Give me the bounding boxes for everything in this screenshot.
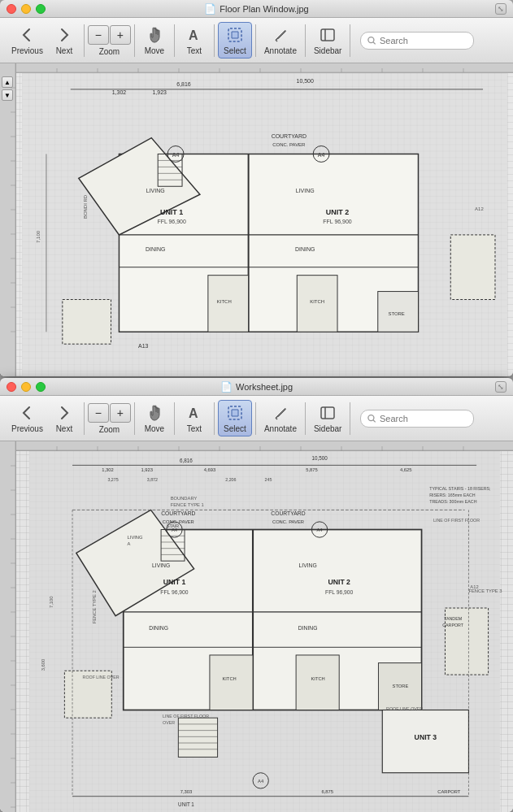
svg-text:3,600: 3,600 <box>41 659 46 671</box>
svg-text:6,816: 6,816 <box>180 458 193 463</box>
svg-text:CARPORT: CARPORT <box>442 623 464 627</box>
sep-2-3 <box>174 402 175 435</box>
zoom-out-button-2[interactable]: − <box>88 403 109 423</box>
sep-6 <box>305 24 306 57</box>
svg-text:7,100: 7,100 <box>49 597 54 608</box>
search-input-1[interactable] <box>380 36 467 46</box>
svg-text:FENCE TYPE 1: FENCE TYPE 1 <box>171 502 204 507</box>
resize-button-1[interactable]: ⤡ <box>495 3 506 15</box>
svg-line-6 <box>373 41 376 44</box>
resize-button-2[interactable]: ⤡ <box>495 381 506 393</box>
svg-text:7,100: 7,100 <box>36 230 41 243</box>
svg-text:UNIT 1: UNIT 1 <box>163 578 186 586</box>
sep-3 <box>174 24 175 57</box>
ruler-left-2 <box>0 441 16 812</box>
maximize-button-1[interactable] <box>36 4 46 14</box>
previous-button-2[interactable]: Previous <box>7 401 48 436</box>
text-button-2[interactable]: A Text <box>178 401 211 436</box>
svg-text:TYPICAL STAIRS - 18 RISERS;: TYPICAL STAIRS - 18 RISERS; <box>429 486 490 491</box>
title-bar-1: 📄 Floor Plan Window.jpg ⤡ <box>0 0 513 18</box>
svg-rect-79 <box>321 407 334 419</box>
canvas-area-1[interactable]: ▲ ▼ <box>0 63 513 376</box>
next-button-1[interactable]: Next <box>48 23 80 58</box>
maximize-button-2[interactable] <box>36 382 46 392</box>
canvas-area-2[interactable]: 6,816 10,500 1,302 1,923 4,693 5,875 4,6… <box>0 441 513 812</box>
svg-text:DINING: DINING <box>298 625 318 631</box>
sidebar-button-2[interactable]: Sidebar <box>309 401 346 436</box>
sep-2-5 <box>255 402 256 435</box>
svg-text:DINING: DINING <box>146 246 165 252</box>
sep-2 <box>134 24 135 57</box>
svg-text:CONC. PAVER: CONC. PAVER <box>272 519 304 524</box>
annotate-button-1[interactable]: Annotate <box>259 23 302 58</box>
title-bar-2: 📄 Worksheet.jpg ⤡ <box>0 378 513 396</box>
window-title-2: 📄 Worksheet.jpg <box>220 381 293 393</box>
svg-text:KITCH: KITCH <box>222 676 236 681</box>
sidebar-button-1[interactable]: Sidebar <box>309 23 346 58</box>
svg-rect-47 <box>63 300 111 345</box>
move-button-2[interactable]: Move <box>138 401 171 436</box>
svg-text:A: A <box>189 406 198 420</box>
svg-text:UNIT 2: UNIT 2 <box>328 578 350 586</box>
svg-text:LINE OF FIRST FLOOR: LINE OF FIRST FLOOR <box>163 714 209 719</box>
annotate-button-2[interactable]: Annotate <box>259 401 302 436</box>
svg-text:DINING: DINING <box>295 246 315 252</box>
svg-point-81 <box>368 415 374 420</box>
svg-text:A4: A4 <box>172 152 180 158</box>
svg-text:KITCH: KITCH <box>217 299 232 304</box>
svg-text:ROOF LINE OVER: ROOF LINE OVER <box>83 675 120 680</box>
previous-button-1[interactable]: Previous <box>7 23 48 58</box>
svg-text:TREADS: 300mm EACH: TREADS: 300mm EACH <box>429 499 476 504</box>
traffic-lights-1 <box>7 4 46 14</box>
zoom-in-button-2[interactable]: + <box>110 403 131 423</box>
search-field-1[interactable] <box>360 32 474 50</box>
close-button-2[interactable] <box>7 382 16 392</box>
svg-text:2,206: 2,206 <box>225 477 236 482</box>
svg-text:3,275: 3,275 <box>107 477 118 482</box>
svg-text:FFL 96,900: FFL 96,900 <box>160 589 189 595</box>
svg-line-2 <box>276 40 277 41</box>
select-icon-2 <box>224 403 246 423</box>
svg-text:5,875: 5,875 <box>306 467 317 472</box>
svg-text:COURTYARD: COURTYARD <box>271 510 305 516</box>
doc-icon-2: 📄 <box>220 381 233 393</box>
back-arrow-icon <box>15 25 38 45</box>
floor-plan-svg-2: 6,816 10,500 1,302 1,923 4,693 5,875 4,6… <box>16 451 513 812</box>
ruler-top-2 <box>16 441 513 451</box>
svg-text:3,872: 3,872 <box>147 477 158 482</box>
move-button-1[interactable]: Move <box>138 23 171 58</box>
svg-text:A13: A13 <box>138 343 149 349</box>
text-button-1[interactable]: A Text <box>178 23 211 58</box>
svg-text:FENCE TYPE 2: FENCE TYPE 2 <box>92 590 97 623</box>
svg-text:LIVING: LIVING <box>146 188 165 193</box>
zoom-in-button-1[interactable]: + <box>110 25 131 45</box>
svg-text:UNIT 2: UNIT 2 <box>326 208 349 216</box>
forward-arrow-icon <box>53 25 76 45</box>
traffic-lights-2 <box>7 382 46 392</box>
search-field-2[interactable] <box>360 410 474 428</box>
select-button-2[interactable]: Select <box>218 400 252 436</box>
search-input-2[interactable] <box>380 414 467 423</box>
svg-text:ROOF LINE OVER: ROOF LINE OVER <box>386 706 423 711</box>
svg-text:7,303: 7,303 <box>180 789 192 794</box>
svg-text:TANDEM: TANDEM <box>444 616 462 621</box>
next-button-2[interactable]: Next <box>48 401 80 436</box>
svg-text:4,693: 4,693 <box>204 467 215 472</box>
sep-7 <box>350 24 350 57</box>
svg-rect-48 <box>450 235 495 300</box>
zoom-group-2: − + Zoom <box>88 403 131 434</box>
svg-point-5 <box>368 37 374 42</box>
hand-icon-1 <box>143 25 166 45</box>
minimize-button-1[interactable] <box>21 4 31 14</box>
zoom-out-button-1[interactable]: − <box>88 25 109 45</box>
search-icon-1 <box>367 36 376 46</box>
ruler-left-1: ▲ ▼ <box>0 63 16 376</box>
svg-text:6,816: 6,816 <box>176 81 191 87</box>
close-button-1[interactable] <box>7 4 16 14</box>
select-button-1[interactable]: Select <box>218 22 252 59</box>
svg-text:LINE OF FIRST FLOOR: LINE OF FIRST FLOOR <box>433 518 480 523</box>
svg-text:STORE: STORE <box>388 311 404 316</box>
minimize-button-2[interactable] <box>21 382 31 392</box>
svg-text:10,500: 10,500 <box>297 78 314 84</box>
svg-text:FFL 96,900: FFL 96,900 <box>157 219 185 224</box>
